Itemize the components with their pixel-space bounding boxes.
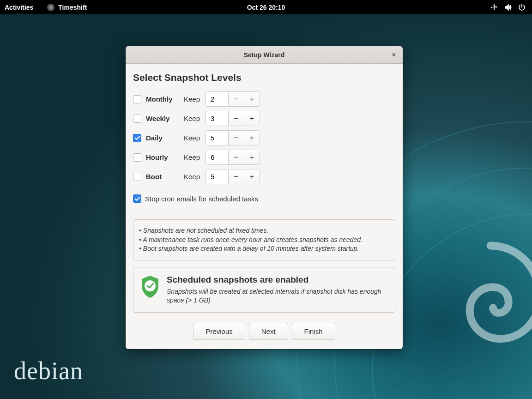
minus-icon: − xyxy=(234,133,239,143)
level-row-hourly: HourlyKeep−+ xyxy=(133,150,395,165)
level-label: Monthly xyxy=(146,95,179,103)
increment-button[interactable]: + xyxy=(244,131,260,145)
keep-input[interactable] xyxy=(206,150,228,164)
top-bar: Activities Timeshift Oct 26 20:10 xyxy=(0,0,532,14)
keep-input[interactable] xyxy=(206,92,228,106)
level-checkbox-weekly[interactable] xyxy=(133,115,141,123)
wizard-button-row: Previous Next Finish xyxy=(133,323,395,342)
level-row-weekly: WeeklyKeep−+ xyxy=(133,111,395,126)
info-line: • Snapshots are not scheduled at fixed t… xyxy=(139,226,389,236)
level-checkbox-daily[interactable] xyxy=(133,134,141,142)
keep-input[interactable] xyxy=(206,111,228,126)
decrement-button[interactable]: − xyxy=(228,131,244,145)
plus-icon: + xyxy=(250,172,254,181)
close-button[interactable]: × xyxy=(389,50,399,60)
decrement-button[interactable]: − xyxy=(228,111,244,126)
level-checkbox-boot[interactable] xyxy=(133,173,141,181)
minus-icon: − xyxy=(234,95,239,104)
network-icon[interactable] xyxy=(490,4,498,11)
activities-button[interactable]: Activities xyxy=(5,4,33,11)
status-box: Scheduled snapshots are enabled Snapshot… xyxy=(133,267,395,313)
cron-emails-checkbox[interactable] xyxy=(133,194,141,203)
level-label: Daily xyxy=(146,134,179,142)
plus-icon: + xyxy=(250,153,254,162)
keep-label: Keep xyxy=(184,134,200,142)
svg-point-0 xyxy=(49,6,53,9)
window-title: Setup Wizard xyxy=(244,51,285,59)
decrement-button[interactable]: − xyxy=(228,150,244,164)
keep-label: Keep xyxy=(184,153,200,161)
level-label: Hourly xyxy=(146,153,179,161)
setup-wizard-dialog: Setup Wizard × Select Snapshot Levels Mo… xyxy=(126,46,403,349)
plus-icon: + xyxy=(250,95,254,104)
keep-spinbox-boot: −+ xyxy=(206,169,260,184)
increment-button[interactable]: + xyxy=(244,150,260,164)
cron-emails-label: Stop cron emails for scheduled tasks xyxy=(145,195,258,203)
increment-button[interactable]: + xyxy=(244,111,260,126)
decrement-button[interactable]: − xyxy=(228,169,244,184)
level-row-daily: DailyKeep−+ xyxy=(133,130,395,145)
timeshift-app-icon xyxy=(47,4,54,11)
level-row-boot: BootKeep−+ xyxy=(133,169,395,184)
info-box: • Snapshots are not scheduled at fixed t… xyxy=(133,219,395,260)
plus-icon: + xyxy=(250,114,254,123)
close-icon: × xyxy=(392,51,396,59)
level-checkbox-hourly[interactable] xyxy=(133,153,141,162)
keep-input[interactable] xyxy=(206,131,228,145)
minus-icon: − xyxy=(234,153,239,162)
keep-label: Keep xyxy=(184,173,200,181)
increment-button[interactable]: + xyxy=(244,92,260,106)
level-row-monthly: MonthlyKeep−+ xyxy=(133,91,395,107)
keep-spinbox-hourly: −+ xyxy=(206,150,260,165)
finish-button[interactable]: Finish xyxy=(292,323,335,340)
active-app-indicator[interactable]: Timeshift xyxy=(47,4,87,11)
keep-spinbox-daily: −+ xyxy=(206,130,260,145)
increment-button[interactable]: + xyxy=(244,169,260,184)
power-icon[interactable] xyxy=(518,4,526,11)
keep-input[interactable] xyxy=(206,169,228,184)
minus-icon: − xyxy=(234,114,239,123)
next-button[interactable]: Next xyxy=(249,323,288,340)
debian-swirl-icon xyxy=(426,233,532,362)
info-line: • Boot snapshots are created with a dela… xyxy=(139,244,389,254)
status-description: Snapshots will be created at selected in… xyxy=(167,287,388,305)
info-line: • A maintenance task runs once every hou… xyxy=(139,236,389,245)
minus-icon: − xyxy=(234,172,239,181)
status-title: Scheduled snapshots are enabled xyxy=(167,275,388,285)
debian-wordmark: debian xyxy=(14,357,83,385)
shield-check-icon xyxy=(140,275,160,299)
snapshot-levels-list: MonthlyKeep−+WeeklyKeep−+DailyKeep−+Hour… xyxy=(133,91,395,184)
keep-label: Keep xyxy=(184,115,200,122)
previous-button[interactable]: Previous xyxy=(193,323,245,340)
active-app-name: Timeshift xyxy=(58,4,87,11)
titlebar[interactable]: Setup Wizard × xyxy=(126,46,403,64)
keep-spinbox-weekly: −+ xyxy=(206,111,260,126)
plus-icon: + xyxy=(250,133,254,143)
page-heading: Select Snapshot Levels xyxy=(133,72,395,83)
keep-spinbox-monthly: −+ xyxy=(206,91,260,107)
volume-icon[interactable] xyxy=(504,4,512,11)
keep-label: Keep xyxy=(184,95,200,103)
decrement-button[interactable]: − xyxy=(228,92,244,106)
clock[interactable]: Oct 26 20:10 xyxy=(247,4,285,11)
level-label: Boot xyxy=(146,173,179,181)
level-checkbox-monthly[interactable] xyxy=(133,95,141,103)
level-label: Weekly xyxy=(146,115,179,122)
